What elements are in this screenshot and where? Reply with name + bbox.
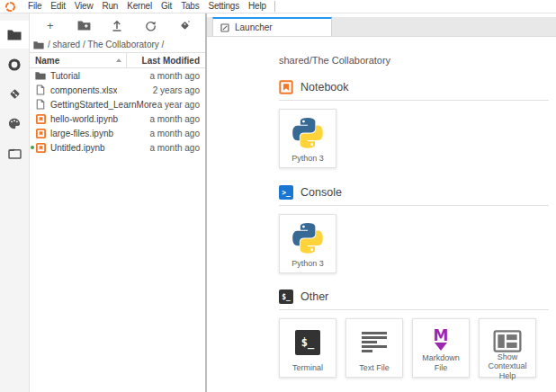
file-icon <box>35 99 46 110</box>
file-row-untitled-ipynb[interactable]: Untitled.ipynb a month ago <box>30 140 205 155</box>
console-icon: >_ <box>279 185 293 200</box>
card-label: Markdown File <box>415 353 467 372</box>
folder-icon <box>35 70 46 81</box>
menu-edit[interactable]: Edit <box>46 0 69 13</box>
card-label: Show Contextual Help <box>481 352 534 380</box>
refresh-button[interactable] <box>144 18 158 32</box>
launcher-tab-icon <box>220 23 229 32</box>
jupyter-logo-icon <box>4 1 16 12</box>
launcher-card-show-contextual-help[interactable]: Show Contextual Help <box>479 318 536 378</box>
open-tabs-icon <box>8 148 22 159</box>
menu-view[interactable]: View <box>70 0 98 13</box>
column-header-last-modified[interactable]: Last Modified <box>126 53 205 67</box>
menu-run[interactable]: Run <box>97 0 122 13</box>
menu-file[interactable]: File <box>23 0 46 13</box>
section-header-console: >_ Console <box>279 185 549 200</box>
sort-ascending-icon <box>116 58 121 62</box>
card-label: Python 3 <box>291 154 324 163</box>
markdown-icon: M <box>434 328 449 351</box>
python-logo-icon <box>291 222 324 254</box>
palette-icon <box>8 118 21 129</box>
main-dock-panel: Launcher shared/The Collaboratory Notebo… <box>207 13 556 392</box>
section-header-other: $_ Other <box>279 290 549 304</box>
section-header-notebook: Notebook <box>279 80 549 94</box>
tab-label: Launcher <box>235 22 273 32</box>
activity-sidebar <box>0 13 30 392</box>
file-list-header: Name Last Modified <box>30 52 205 68</box>
launcher-card-text-file[interactable]: Text File <box>345 318 403 378</box>
sidebar-item-git[interactable] <box>0 80 29 108</box>
file-browser-toolbar: + <box>30 13 205 37</box>
git-icon <box>8 87 22 101</box>
git-tag-button[interactable] <box>177 18 192 32</box>
running-sessions-icon <box>8 58 21 71</box>
section-divider <box>279 309 549 310</box>
file-browser-panel: + <box>30 13 205 392</box>
file-row-hello-world-ipynb[interactable]: hello-world.ipynb a month ago <box>30 111 205 126</box>
column-header-name[interactable]: Name <box>30 56 126 66</box>
upload-button[interactable] <box>110 18 124 32</box>
breadcrumb[interactable]: / shared / The Collaboratory / <box>30 37 205 52</box>
markdown-down-arrow <box>435 343 447 351</box>
file-icon <box>35 85 46 95</box>
breadcrumb-path: / shared / The Collaboratory / <box>48 40 164 49</box>
card-label: Python 3 <box>291 259 324 268</box>
menu-bar: File Edit View Run Kernel Git Tabs Setti… <box>0 0 556 13</box>
menu-kernel[interactable]: Kernel <box>122 0 157 13</box>
sidebar-item-running-sessions[interactable] <box>0 50 29 78</box>
launcher-card-markdown-file[interactable]: M Markdown File <box>412 318 470 378</box>
section-divider <box>279 205 549 206</box>
folder-icon <box>7 29 22 40</box>
file-row-components-xlsx[interactable]: components.xlsx 2 years ago <box>30 83 205 97</box>
launcher-panel: shared/The Collaboratory Notebook <box>207 37 556 392</box>
notebook-icon <box>35 142 46 153</box>
file-list: Tutorial a month ago components.xlsx 2 y… <box>30 68 205 392</box>
console-cards: Python 3 <box>279 214 549 273</box>
notebook-icon <box>35 128 46 138</box>
breadcrumb-folder-icon[interactable] <box>33 40 44 49</box>
menu-bar-divider <box>274 1 275 12</box>
launcher-card-console-python3[interactable]: Python 3 <box>279 214 336 273</box>
notebook-icon <box>279 80 293 94</box>
section-label: Other <box>300 290 328 303</box>
section-divider <box>279 100 549 101</box>
other-cards: $_ Terminal <box>279 318 549 378</box>
menu-tabs[interactable]: Tabs <box>176 0 203 13</box>
file-row-large-files-ipynb[interactable]: large-files.ipynb a month ago <box>30 126 205 140</box>
section-label: Console <box>300 186 342 199</box>
notebook-cards: Python 3 <box>279 109 549 168</box>
notebook-icon <box>35 113 46 124</box>
menu-git[interactable]: Git <box>157 0 176 13</box>
sidebar-item-command-palette[interactable] <box>0 110 29 138</box>
new-folder-button[interactable] <box>76 18 91 32</box>
sidebar-item-file-browser[interactable] <box>0 21 29 49</box>
menu-help[interactable]: Help <box>244 0 271 13</box>
contextual-help-icon <box>493 330 522 352</box>
card-label: Text File <box>359 363 390 372</box>
launcher-card-terminal[interactable]: $_ Terminal <box>279 318 336 378</box>
terminal-icon: $_ <box>295 330 320 355</box>
new-launcher-button[interactable]: + <box>43 18 58 32</box>
menu-settings[interactable]: Settings <box>203 0 244 13</box>
card-label: Terminal <box>292 363 323 372</box>
text-file-icon <box>361 330 388 353</box>
file-row-gettingstarted[interactable]: GettingStarted_LearnMore.... a year ago <box>30 97 205 111</box>
tab-bar: Launcher <box>207 13 556 37</box>
python-logo-icon <box>291 117 324 149</box>
running-kernel-indicator <box>31 146 34 149</box>
terminal-icon: $_ <box>279 290 293 304</box>
file-row-tutorial[interactable]: Tutorial a month ago <box>30 68 205 83</box>
sidebar-item-open-tabs[interactable] <box>0 139 29 167</box>
tab-launcher[interactable]: Launcher <box>212 17 332 36</box>
launcher-cwd-heading: shared/The Collaboratory <box>279 55 549 66</box>
launcher-card-notebook-python3[interactable]: Python 3 <box>279 109 336 168</box>
section-label: Notebook <box>300 81 349 94</box>
jupyterlab-window: File Edit View Run Kernel Git Tabs Setti… <box>0 0 556 392</box>
